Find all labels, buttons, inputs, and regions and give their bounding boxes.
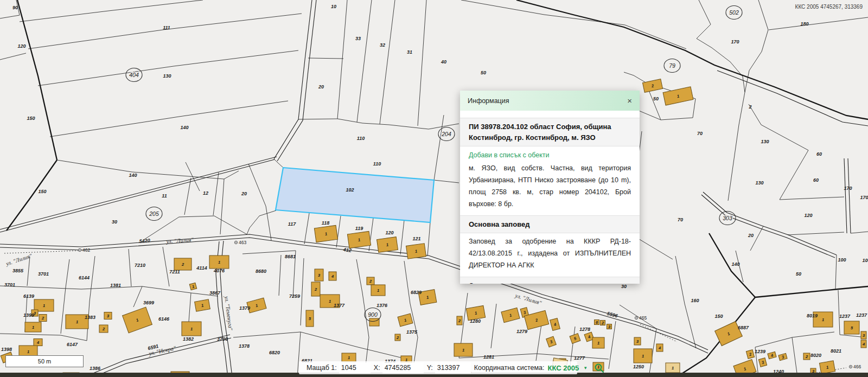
- parcel-label: 170: [860, 195, 868, 200]
- parcel-label: 6144: [79, 275, 90, 280]
- crs-label: Координатна система:: [474, 364, 545, 372]
- building-number: 2: [314, 287, 317, 292]
- building-number: 1: [642, 354, 644, 359]
- parcel-label: 7210: [135, 263, 145, 268]
- close-icon[interactable]: ×: [627, 97, 632, 105]
- parcel-label: 1280: [470, 318, 481, 324]
- parcel-label: 60: [816, 151, 822, 157]
- building-number: 1: [27, 349, 29, 354]
- x-label: X:: [374, 364, 380, 372]
- parcel-label: 150: [38, 189, 46, 194]
- survey-point-dot: [636, 317, 637, 318]
- survey-point-label: 462: [82, 247, 90, 253]
- parcel-label: 1381: [110, 283, 121, 288]
- parcel-label: 130: [761, 139, 769, 144]
- parcel-label: 90: [12, 5, 18, 10]
- parcel-label: 1377: [334, 303, 345, 308]
- parcel-label: 4114: [196, 265, 207, 271]
- parcel-label: 10: [331, 4, 336, 9]
- order-text: Заповед за одобрение на КККР РД-18-42/13…: [469, 236, 631, 272]
- parcel-label: 30: [621, 284, 627, 289]
- cadastral-region-number: 404: [129, 72, 139, 78]
- building-number: 2: [369, 279, 372, 284]
- parcel-label: 111: [163, 25, 170, 30]
- scale-input[interactable]: [339, 363, 371, 373]
- parcel-label: 6820: [269, 350, 280, 355]
- parcel-label: 30: [112, 219, 117, 225]
- chevron-down-icon: ▼: [583, 366, 588, 370]
- parcel-label: 170: [731, 39, 739, 44]
- parcel-label: 1399: [23, 312, 34, 318]
- search-icon[interactable]: [594, 363, 604, 373]
- parcel-label: 20: [241, 191, 247, 196]
- y-coordinate-input[interactable]: [435, 363, 471, 373]
- building-number: 1: [597, 341, 599, 346]
- cadastral-map[interactable]: 1022111111321412132121111134215121112112…: [0, 0, 868, 377]
- parcel-label: 119: [355, 226, 363, 231]
- parcel-label: 70: [697, 131, 703, 136]
- parcel-label: 8020: [810, 353, 821, 358]
- parcel-label: 1237: [856, 312, 867, 318]
- parcel-label: 3700: [217, 336, 228, 342]
- add-to-list-link[interactable]: Добави в списък с обекти: [460, 146, 640, 160]
- parcel-label: 12: [203, 190, 208, 196]
- parcel-label: 140: [731, 261, 739, 267]
- crs-selector[interactable]: ККС 2005 ▼: [548, 364, 588, 372]
- building-number: 4: [36, 340, 40, 345]
- parcel-description: м. ЯЗО, вид собств. Частна, вид територи…: [469, 163, 631, 210]
- info-panel: Информация × ПИ 38978.204.102 област Соф…: [460, 91, 640, 284]
- parcel-label: 20: [748, 233, 754, 238]
- parcel-label: 118: [322, 220, 329, 226]
- survey-point-dot: [79, 250, 80, 251]
- x-coordinate-input[interactable]: [382, 363, 424, 373]
- survey-point-label: 466: [853, 364, 861, 369]
- parcel-label: 120: [17, 43, 25, 49]
- parcel-label: 1383: [85, 315, 95, 320]
- parcel-label: 1237: [839, 314, 851, 319]
- parcel-label: 110: [373, 161, 381, 167]
- parcel-label: 3867: [209, 290, 221, 296]
- building-number: 2: [396, 335, 399, 340]
- parcel-label: 1279: [516, 329, 527, 334]
- survey-point-label: 463: [239, 240, 246, 245]
- survey-point-label: 465: [639, 315, 647, 321]
- building-number: 1: [462, 348, 464, 353]
- parcel-label: 8021: [831, 348, 841, 354]
- parcel-label: 1386: [90, 366, 101, 371]
- status-bar: Мащаб 1: X: Y: Координатна система: ККС …: [299, 361, 577, 374]
- parcel-label: 3699: [143, 300, 154, 305]
- parcel-label: 130: [755, 180, 763, 186]
- building-number: 1: [43, 303, 45, 308]
- neighbors-section-header: Съседи: [460, 277, 640, 284]
- parcel-label: 8681: [285, 254, 296, 259]
- parcel-label: 1281: [483, 354, 494, 360]
- parcel-label: 2: [748, 104, 751, 110]
- parcel-label: 6147: [67, 342, 78, 347]
- parcel-label: 1398: [1, 347, 12, 352]
- cadastral-region-number: 204: [441, 131, 451, 137]
- parcel-label: 150: [714, 314, 723, 319]
- parcel-label: 3855: [12, 268, 24, 273]
- building-number: 2: [102, 327, 105, 331]
- parcel-label: 60: [813, 177, 819, 183]
- survey-point-dot: [850, 366, 851, 367]
- parcel-label: 50: [796, 271, 801, 277]
- parcel-label: 121: [412, 236, 420, 241]
- parcel-title: ПИ 38978.204.102 област София, община Ко…: [460, 118, 640, 146]
- parcel-label: 50: [481, 70, 486, 75]
- parcel-label: 1378: [239, 343, 250, 349]
- parcel-label: 7259: [289, 293, 300, 299]
- parcel-label: 20: [318, 84, 324, 90]
- selected-parcel-number: 102: [346, 187, 354, 193]
- parcel-label: 1375: [406, 329, 418, 335]
- parcel-label: 6887: [738, 325, 749, 330]
- building-number: 2: [601, 321, 604, 325]
- building-number: 2: [805, 354, 808, 359]
- y-label: Y:: [427, 364, 433, 372]
- info-panel-header: Информация ×: [460, 91, 640, 111]
- crs-value: ККС 2005: [548, 364, 579, 372]
- building-number: 2: [458, 318, 461, 323]
- parcel-label: 31: [407, 49, 412, 55]
- parcel-label: 140: [180, 125, 188, 130]
- building-number: 4: [658, 346, 661, 350]
